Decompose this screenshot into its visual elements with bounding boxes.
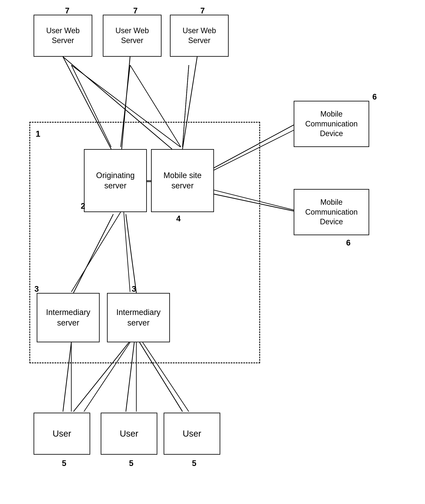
mcd-1: Mobile Communication Device (294, 101, 369, 147)
label-6a: 6 (372, 92, 377, 102)
diagram: 1 User Web Server 7 User Web Server 7 Us… (0, 0, 425, 504)
uws-2: User Web Server (103, 15, 161, 57)
label-6b: 6 (346, 238, 351, 247)
mobile-site-server: Mobile site server (151, 149, 214, 212)
label-5c: 5 (192, 459, 196, 468)
user-3: User (164, 413, 220, 455)
label-5b: 5 (129, 459, 133, 468)
originating-server: Originating server (84, 149, 147, 212)
label-7c: 7 (200, 6, 205, 15)
label-3b: 3 (132, 285, 136, 293)
uws-3: User Web Server (170, 15, 229, 57)
mcd-2: Mobile Communication Device (294, 189, 369, 235)
label-7a: 7 (65, 6, 69, 15)
intermediary-server-1: Intermediary server (37, 293, 100, 342)
label-5a: 5 (62, 459, 66, 468)
label-3a: 3 (34, 285, 39, 293)
uws-1: User Web Server (33, 15, 92, 57)
label-4: 4 (176, 214, 181, 223)
intermediary-server-2: Intermediary server (107, 293, 170, 342)
user-2: User (101, 413, 157, 455)
label-2: 2 (81, 202, 85, 211)
label-7b: 7 (133, 6, 138, 15)
user-1: User (33, 413, 90, 455)
label-1: 1 (36, 129, 40, 139)
